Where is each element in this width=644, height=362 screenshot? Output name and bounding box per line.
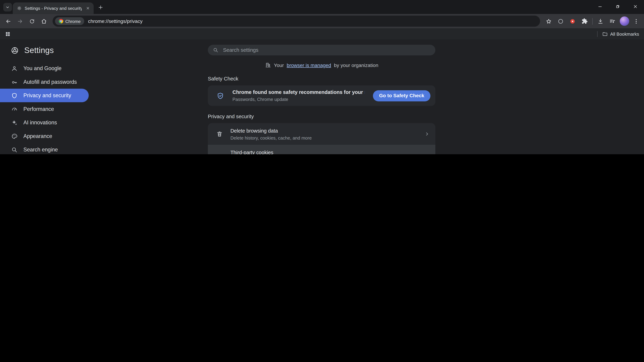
sidebar-item-appearance[interactable]: Appearance (0, 129, 89, 143)
trash-icon (216, 130, 223, 137)
circle-extension-icon (558, 18, 564, 24)
sidebar-item-label: You and Google (24, 65, 62, 71)
chrome-logo-icon (59, 19, 63, 23)
media-controls-button[interactable] (606, 15, 618, 27)
chevron-right-icon (424, 153, 430, 154)
shield-icon (11, 92, 18, 99)
privacy-section-title: Privacy and security (208, 114, 436, 119)
sidebar-item-label: Performance (24, 106, 54, 112)
row-third-party-cookies[interactable]: Third-party cookies Third-party cookies … (208, 145, 436, 154)
download-icon (597, 18, 604, 24)
kebab-menu-icon (633, 18, 640, 24)
sidebar-item-privacy-and-security[interactable]: Privacy and security (0, 89, 89, 102)
safety-check-row: Chrome found some safety recommendations… (208, 85, 436, 106)
browser-menu-button[interactable] (630, 15, 642, 27)
managed-notice-prefix: Your (274, 62, 284, 68)
site-chip-label: Chrome (65, 19, 81, 23)
media-playlist-icon (609, 18, 616, 24)
toolbar-actions (543, 15, 642, 27)
chevron-right-icon (424, 131, 430, 137)
safety-check-subtitle: Passwords, Chrome update (232, 97, 365, 102)
reload-icon (29, 18, 35, 24)
privacy-card: Delete browsing data Delete history, coo… (208, 123, 436, 154)
restore-button[interactable] (609, 0, 626, 13)
settings-content: Your browser is managed by your organiza… (208, 39, 436, 154)
extensions-menu-button[interactable] (579, 15, 590, 27)
apps-grid-icon (5, 31, 11, 37)
all-bookmarks-button[interactable]: All Bookmarks (602, 31, 639, 37)
sidebar-item-you-and-google[interactable]: You and Google (0, 61, 89, 75)
window-controls (591, 0, 644, 13)
extension-a-button[interactable] (555, 15, 566, 27)
red-extension-icon (569, 18, 576, 24)
extension-b-button[interactable] (567, 15, 578, 27)
url-text: chrome://settings/privacy (88, 18, 142, 24)
managed-notice-suffix: by your organization (334, 62, 378, 68)
new-tab-button[interactable] (96, 3, 105, 11)
settings-sidebar: Settings You and Google Autofill and pas… (0, 39, 98, 154)
back-button[interactable] (2, 15, 14, 27)
reload-button[interactable] (26, 15, 38, 27)
settings-header: Settings (0, 39, 98, 61)
managed-notice-link[interactable]: browser is managed (287, 62, 331, 68)
sidebar-item-performance[interactable]: Performance (0, 102, 89, 116)
search-icon (11, 146, 18, 153)
safety-check-card: Chrome found some safety recommendations… (208, 85, 436, 106)
chevron-down-icon (5, 4, 10, 10)
close-window-button[interactable] (626, 0, 644, 13)
sidebar-item-ai-innovations[interactable]: AI innovations (0, 116, 89, 129)
search-icon (213, 47, 218, 53)
tab-close-button[interactable] (84, 5, 91, 11)
browser-toolbar: Chrome chrome://settings/privacy (0, 14, 644, 28)
address-bar[interactable]: Chrome chrome://settings/privacy (52, 15, 540, 26)
safety-check-title: Chrome found some safety recommendations… (232, 89, 365, 95)
star-icon (546, 18, 552, 24)
sparkle-icon (11, 119, 18, 126)
apps-shortcut-button[interactable] (5, 31, 11, 37)
safety-check-section-title: Safety Check (208, 76, 436, 82)
managed-notice: Your browser is managed by your organiza… (208, 62, 436, 68)
sidebar-item-label: Search engine (24, 147, 58, 153)
tab-strip: Settings - Privacy and security (0, 0, 644, 14)
bookmark-star-button[interactable] (543, 15, 554, 27)
forward-icon (16, 18, 23, 24)
profile-button[interactable] (618, 15, 630, 27)
settings-gear-favicon (17, 6, 22, 11)
go-to-safety-check-button[interactable]: Go to Safety Check (373, 90, 430, 101)
browser-tab[interactable]: Settings - Privacy and security (13, 2, 94, 14)
sidebar-item-label: AI innovations (24, 119, 57, 126)
home-button[interactable] (38, 15, 50, 27)
minimize-button[interactable] (591, 0, 609, 13)
key-icon (11, 78, 18, 85)
row-text: Delete browsing data Delete history, coo… (230, 128, 416, 140)
site-chip[interactable]: Chrome (55, 17, 84, 25)
bookmarks-bar: All Bookmarks (0, 28, 644, 39)
tab-search-button[interactable] (3, 3, 12, 11)
plus-icon (98, 4, 103, 10)
row-text: Third-party cookies Third-party cookies … (230, 150, 416, 154)
speedometer-icon (11, 106, 18, 112)
forward-button[interactable] (14, 15, 26, 27)
settings-search[interactable] (208, 45, 436, 55)
row-title: Delete browsing data (230, 128, 416, 134)
sidebar-item-search-engine[interactable]: Search engine (0, 143, 89, 154)
toolbar-separator (592, 18, 592, 24)
sidebar-item-autofill[interactable]: Autofill and passwords (0, 75, 89, 88)
row-delete-browsing-data[interactable]: Delete browsing data Delete history, coo… (208, 123, 436, 145)
eye-icon (216, 152, 223, 154)
settings-search-input[interactable] (222, 47, 430, 53)
sidebar-item-label: Autofill and passwords (24, 79, 77, 85)
settings-logo-icon (11, 46, 19, 54)
minimize-icon (598, 4, 602, 9)
downloads-button[interactable] (595, 15, 606, 27)
safety-check-text: Chrome found some safety recommendations… (232, 89, 365, 102)
row-subtitle: Delete history, cookies, cache, and more (230, 135, 416, 140)
sidebar-item-label: Appearance (24, 133, 52, 139)
all-bookmarks-label: All Bookmarks (610, 31, 639, 36)
back-icon (5, 18, 12, 24)
shield-check-icon (216, 92, 224, 100)
screen: Settings - Privacy and security Chrome c… (0, 0, 644, 154)
organization-building-icon (265, 62, 271, 68)
avatar (620, 16, 629, 26)
sidebar-item-label: Privacy and security (24, 92, 71, 98)
